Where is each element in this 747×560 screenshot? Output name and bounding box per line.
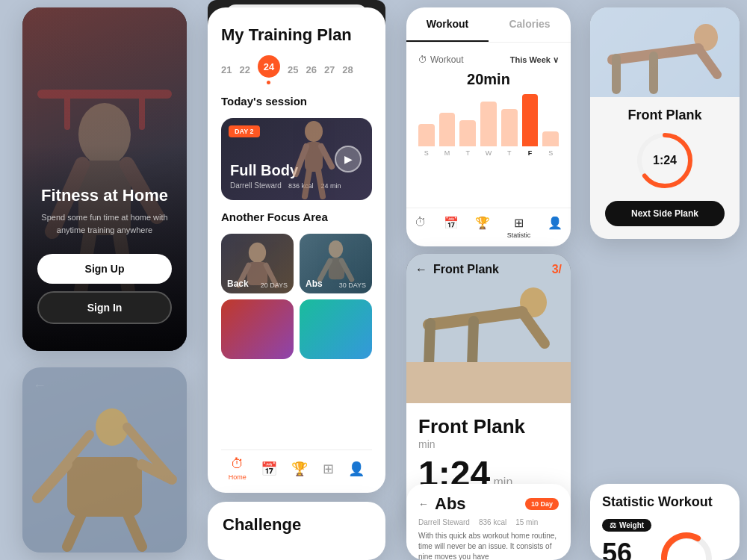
- front-plank-timer-panel: Front Plank 1:24 Next Side Plank: [590, 7, 740, 239]
- cal-day-25[interactable]: 25: [288, 64, 298, 75]
- focus-abs[interactable]: Abs 30 DAYS: [300, 234, 372, 293]
- chart-nav-cal[interactable]: 📅: [444, 216, 459, 239]
- statistic-workout-panel: Statistic Workout ⚖ Weight 56: [590, 484, 740, 560]
- calendar-row: 21 22 24 25 26 27 28: [221, 55, 372, 84]
- user-icon: 👤: [548, 216, 562, 230]
- tab-calories[interactable]: Calories: [489, 7, 571, 42]
- chart-nav-timer[interactable]: ⏱: [415, 216, 427, 239]
- training-plan-panel: My Training Plan 21 22 24 25 26 27 28 To…: [208, 7, 385, 493]
- workout-card[interactable]: DAY 2 Full Body Darrell Steward 836 kcal…: [221, 118, 372, 200]
- bar-m-label: M: [444, 149, 450, 157]
- bar-m-fill: [439, 113, 456, 146]
- focus-abs-days: 30 DAYS: [339, 281, 366, 289]
- period-selector[interactable]: This Week ∨: [510, 55, 559, 65]
- chart-nav-award[interactable]: 🏆: [475, 216, 490, 239]
- signup-button[interactable]: Sign Up: [37, 254, 172, 284]
- svg-rect-46: [406, 362, 571, 403]
- svg-line-13: [305, 170, 309, 196]
- cal-day-24[interactable]: 24: [258, 55, 280, 84]
- exercise-number: 3/: [552, 263, 562, 276]
- workout-name: Full Body: [230, 162, 298, 179]
- bar-T2: T: [501, 109, 518, 157]
- active-day-dot: [267, 81, 270, 84]
- svg-line-21: [320, 261, 330, 279]
- bar-F: F: [522, 94, 539, 157]
- todays-session-label: Today's session: [221, 95, 372, 108]
- cal-day-22[interactable]: 22: [239, 64, 249, 75]
- hero-title: Fitness at Home: [37, 186, 172, 205]
- bar-t2-fill: [501, 109, 518, 146]
- chart-area: ⏱ Workout This Week ∨ 20min S M T: [406, 43, 571, 208]
- focus-back[interactable]: Back 20 DAYS: [221, 234, 294, 293]
- tab-row: Workout Calories: [406, 7, 571, 43]
- nav-calendar[interactable]: 📅: [261, 461, 277, 477]
- clock-icon: ⏱: [418, 55, 427, 65]
- next-exercise-button[interactable]: Next Side Plank: [605, 201, 725, 226]
- bar-s2-fill: [542, 131, 559, 146]
- training-plan-title: My Training Plan: [221, 25, 372, 45]
- svg-point-19: [329, 240, 343, 258]
- focus-back-days: 20 DAYS: [261, 281, 288, 289]
- signin-button[interactable]: Sign In: [37, 291, 172, 324]
- bar-t1-fill: [459, 120, 476, 146]
- profile-icon: 👤: [348, 461, 365, 477]
- bar-T1: T: [459, 120, 476, 157]
- bar-s2-label: S: [548, 149, 553, 157]
- plank-image: [590, 7, 740, 97]
- svg-line-12: [321, 146, 332, 167]
- back-button[interactable]: ←: [415, 263, 427, 276]
- ring-timer: 1:24: [635, 131, 695, 190]
- bottom-nav: ⏱ Home 📅 🏆 ⊞ 👤: [221, 449, 372, 481]
- focus-c[interactable]: [221, 299, 294, 359]
- abs-description: With this quick abs workout home routine…: [418, 531, 559, 560]
- bar-t1-label: T: [466, 149, 471, 157]
- svg-point-15: [249, 243, 266, 263]
- grid-icon: ⊞: [323, 461, 334, 477]
- timer-value: 1:24: [635, 131, 695, 190]
- exercise-header: ← Front Plank: [415, 263, 499, 276]
- bar-w-fill: [480, 102, 497, 146]
- svg-line-14: [318, 170, 323, 196]
- bar-s1-fill: [418, 124, 435, 146]
- nav-profile[interactable]: 👤: [348, 461, 365, 477]
- cal-day-27[interactable]: 27: [324, 64, 335, 75]
- bar-S1: S: [418, 124, 435, 157]
- cal-day-21[interactable]: 21: [221, 64, 232, 75]
- chart-nav-user[interactable]: 👤: [548, 216, 562, 239]
- tab-workout[interactable]: Workout: [406, 7, 489, 42]
- bar-s1-label: S: [424, 149, 429, 157]
- abs-trainer: Darrell Steward: [418, 518, 470, 526]
- plank-title: Front Plank: [627, 108, 701, 123]
- gauge-chart: [660, 525, 713, 561]
- home-icon: ⏱: [231, 456, 244, 472]
- nav-home[interactable]: ⏱ Home: [229, 456, 247, 481]
- exercise-title-overlay: Front Plank: [433, 263, 499, 276]
- nav-trophy[interactable]: 🏆: [291, 461, 308, 477]
- another-focus-label: Another Focus Area: [221, 211, 372, 223]
- trophy-icon: 🏆: [291, 461, 308, 477]
- nav-grid[interactable]: ⊞: [323, 461, 334, 477]
- challenge-title: Challenge: [223, 515, 371, 535]
- bar-M: M: [439, 113, 456, 157]
- abs-title: Abs: [435, 494, 519, 514]
- hero-subtitle: Spend some fun time at home with anytime…: [37, 211, 172, 236]
- weight-tag: ⚖ Weight: [602, 519, 651, 532]
- chart-nav-stat[interactable]: ⊞ Statistic: [507, 216, 531, 239]
- abs-back-button[interactable]: ←: [418, 498, 429, 510]
- abs-duration: 15 min: [515, 518, 538, 526]
- bar-f-label: F: [528, 149, 533, 157]
- stat-label: Statistic: [507, 231, 531, 239]
- focus-d[interactable]: [300, 299, 372, 359]
- play-button[interactable]: ▶: [335, 146, 362, 172]
- chart-nav: ⏱ 📅 🏆 ⊞ Statistic 👤: [406, 208, 571, 246]
- bar-S2: S: [542, 131, 559, 157]
- cal-day-26[interactable]: 26: [306, 64, 316, 75]
- nav-home-label: Home: [229, 473, 247, 481]
- abs-detail-panel: ← Abs 10 Day Darrell Steward 836 kcal 15…: [406, 484, 571, 560]
- chart-value: 20min: [418, 71, 559, 88]
- calendar-icon: 📅: [261, 461, 277, 477]
- stat-icon: ⊞: [514, 216, 524, 230]
- cal-day-28[interactable]: 28: [342, 64, 353, 75]
- timer-icon: ⏱: [415, 216, 427, 229]
- bar-W: W: [480, 102, 497, 157]
